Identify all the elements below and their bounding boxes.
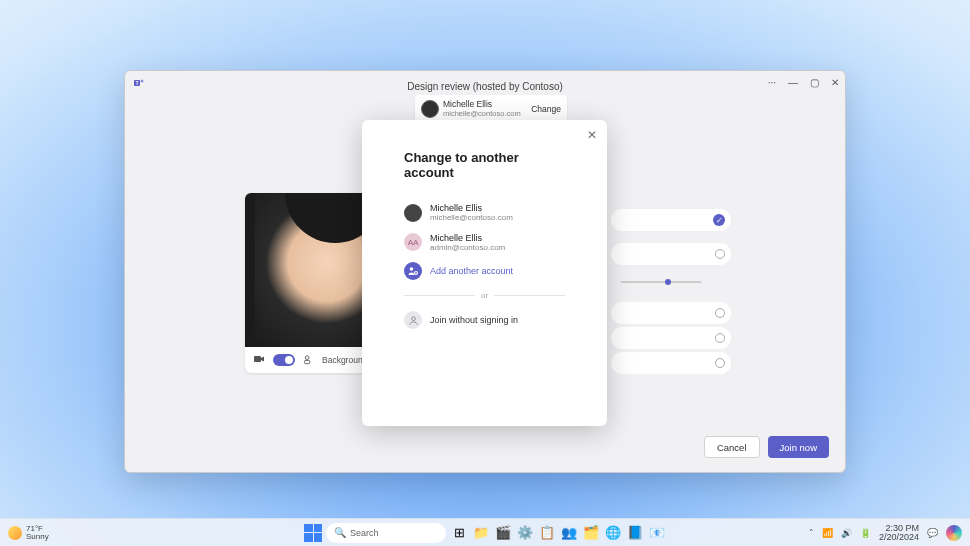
wifi-icon[interactable]: 📶 xyxy=(822,528,833,538)
account-email: admin@contoso.com xyxy=(430,243,505,252)
minimize-icon[interactable]: — xyxy=(788,77,798,88)
add-account-icon xyxy=(404,262,422,280)
date: 2/20/2024 xyxy=(879,533,919,542)
avatar xyxy=(404,204,422,222)
svg-point-8 xyxy=(411,316,415,320)
svg-rect-3 xyxy=(254,356,261,362)
edge-icon[interactable]: 🌐 xyxy=(604,524,622,542)
background-filters-icon[interactable] xyxy=(303,354,314,367)
change-account-link[interactable]: Change xyxy=(531,104,561,114)
account-email: michelle@contoso.com xyxy=(430,213,513,222)
tray-chevron-icon[interactable]: ˄ xyxy=(809,528,814,538)
account-name: Michelle Ellis xyxy=(430,233,505,243)
teams-taskbar-icon[interactable]: 👥 xyxy=(560,524,578,542)
video-icon[interactable]: 🎬 xyxy=(494,524,512,542)
window-controls: ··· — ▢ ✕ xyxy=(768,77,839,88)
join-guest-label: Join without signing in xyxy=(430,315,518,325)
word-icon[interactable]: 📘 xyxy=(626,524,644,542)
teams-app-icon: T xyxy=(133,77,145,92)
audio-option-selected[interactable]: ✓ xyxy=(611,209,731,231)
audio-option-3[interactable] xyxy=(611,327,731,349)
account-banner: Michelle Ellis michelle@contoso.com Chan… xyxy=(415,95,567,123)
add-another-account[interactable]: Add another account xyxy=(404,257,565,285)
account-email: michelle@contoso.com xyxy=(443,110,531,118)
settings-icon[interactable]: ⚙️ xyxy=(516,524,534,542)
search-icon: 🔍 xyxy=(334,527,346,538)
radio-icon xyxy=(715,333,725,343)
prejoin-actions: Cancel Join now xyxy=(704,436,829,458)
svg-rect-5 xyxy=(304,360,310,363)
modal-close-icon[interactable]: ✕ xyxy=(587,128,597,142)
cancel-button[interactable]: Cancel xyxy=(704,436,760,458)
modal-divider: or xyxy=(404,291,565,300)
audio-option-4[interactable] xyxy=(611,352,731,374)
window-title: Design review (hosted by Contoso) xyxy=(125,81,845,92)
modal-title: Change to another account xyxy=(404,150,565,180)
account-item-1[interactable]: AA Michelle Ellis admin@contoso.com xyxy=(404,228,565,258)
start-button[interactable] xyxy=(304,524,322,542)
guest-icon xyxy=(404,311,422,329)
camera-icon[interactable] xyxy=(253,354,265,366)
explorer2-icon[interactable]: 🗂️ xyxy=(582,524,600,542)
system-tray: ˄ 📶 🔊 🔋 2:30 PM 2/20/2024 💬 xyxy=(809,524,962,542)
maximize-icon[interactable]: ▢ xyxy=(810,77,819,88)
account-item-0[interactable]: Michelle Ellis michelle@contoso.com xyxy=(404,198,565,228)
check-icon: ✓ xyxy=(713,214,725,226)
task-view-icon[interactable]: ⊞ xyxy=(450,524,468,542)
copilot-icon[interactable] xyxy=(946,525,962,541)
explorer-icon[interactable]: 📁 xyxy=(472,524,490,542)
notifications-icon[interactable]: 💬 xyxy=(927,528,938,538)
add-another-label: Add another account xyxy=(430,266,513,276)
audio-settings[interactable] xyxy=(611,243,731,265)
volume-slider[interactable] xyxy=(611,271,731,293)
taskbar-search[interactable]: 🔍 Search xyxy=(326,523,446,543)
radio-icon xyxy=(715,358,725,368)
join-now-button[interactable]: Join now xyxy=(768,436,830,458)
close-icon[interactable]: ✕ xyxy=(831,77,839,88)
search-placeholder: Search xyxy=(350,528,379,538)
more-icon[interactable]: ··· xyxy=(768,77,776,88)
weather-icon xyxy=(8,526,22,540)
taskbar-center: 🔍 Search ⊞ 📁 🎬 ⚙️ 📋 👥 🗂️ 🌐 📘 📧 xyxy=(304,523,666,543)
svg-point-6 xyxy=(410,267,414,271)
audio-option-2[interactable] xyxy=(611,302,731,324)
svg-text:T: T xyxy=(136,81,139,86)
taskbar: 71°F Sunny 🔍 Search ⊞ 📁 🎬 ⚙️ 📋 👥 🗂️ 🌐 📘 … xyxy=(0,518,970,546)
preview-face xyxy=(255,193,375,347)
battery-icon[interactable]: 🔋 xyxy=(860,528,871,538)
weather-cond: Sunny xyxy=(26,533,49,541)
camera-toggle[interactable] xyxy=(273,354,295,366)
whiteboard-icon[interactable]: 📋 xyxy=(538,524,556,542)
svg-point-2 xyxy=(141,80,144,83)
clock[interactable]: 2:30 PM 2/20/2024 xyxy=(879,524,919,542)
avatar xyxy=(421,100,439,118)
radio-icon xyxy=(715,308,725,318)
gear-icon xyxy=(715,249,725,259)
svg-point-4 xyxy=(305,355,309,359)
volume-icon[interactable]: 🔊 xyxy=(841,528,852,538)
change-account-modal: ✕ Change to another account Michelle Ell… xyxy=(362,120,607,426)
account-name: Michelle Ellis xyxy=(430,203,513,213)
join-without-signin[interactable]: Join without signing in xyxy=(404,306,565,334)
avatar: AA xyxy=(404,233,422,251)
outlook-icon[interactable]: 📧 xyxy=(648,524,666,542)
weather-widget[interactable]: 71°F Sunny xyxy=(8,525,49,541)
